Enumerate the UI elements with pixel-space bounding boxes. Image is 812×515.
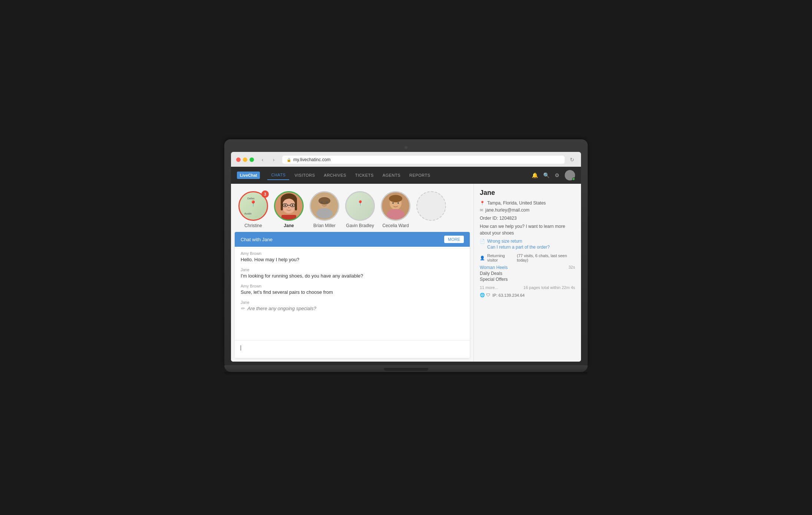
visitor-name-jane: Jane — [284, 223, 294, 228]
ring-brian — [310, 191, 339, 221]
laptop: ‹ › 🔒 my.livechatinc.com ↻ LiveChat C — [224, 139, 588, 376]
url-text: my.livechatinc.com — [293, 157, 330, 162]
location-row: 📍 Tampa, Florida, United States — [480, 200, 575, 206]
back-button[interactable]: ‹ — [258, 156, 267, 163]
page-item-2: Daily Deals — [480, 270, 575, 276]
visitor-item-christine[interactable]: Dallas 📍 Austin 3 Christine — [238, 191, 268, 228]
badge-christine: 3 — [261, 190, 269, 198]
message-text-2: I'm looking for running shoes, do you ha… — [241, 273, 464, 279]
close-button[interactable] — [236, 157, 241, 162]
chat-main: Dallas 📍 Austin 3 Christine — [231, 184, 473, 362]
nav-arrows: ‹ › — [258, 156, 278, 163]
visitor-avatar-ghost — [416, 191, 446, 221]
ring-cecelia — [381, 191, 410, 221]
message-text-4: ✏ Are there any ongoing specials? — [241, 306, 464, 311]
lock-icon: 🔒 — [287, 158, 291, 162]
camera — [405, 146, 407, 149]
page-name-1[interactable]: Woman Heels — [480, 265, 508, 270]
page-time-1: 32s — [568, 265, 575, 270]
user-avatar[interactable] — [565, 170, 575, 180]
ring-gavin — [345, 191, 375, 221]
ip-row: 🌐 🛡 IP: 63.139.234.64 — [480, 293, 575, 298]
ring-jane — [274, 191, 304, 221]
visitor-info-name: Jane — [480, 189, 575, 197]
location-text: Tampa, Florida, United States — [487, 200, 546, 206]
page-name-3: Special Offers — [480, 277, 508, 282]
page-list: Woman Heels 32s Daily Deals Special Offe… — [480, 265, 575, 282]
chat-input[interactable] — [235, 340, 470, 358]
notification-icon[interactable]: 🔔 — [532, 172, 538, 178]
laptop-base — [224, 365, 588, 372]
search-icon[interactable]: 🔍 — [543, 172, 549, 178]
link-row-1: 📄 Wrong size return Can I return a part … — [480, 239, 575, 250]
email-row: ✉ jane.hurley@mail.com — [480, 207, 575, 213]
link-1[interactable]: Wrong size return — [487, 239, 550, 244]
traffic-lights — [236, 157, 254, 162]
link-2[interactable]: Can I return a part of the order? — [487, 245, 550, 250]
order-id: Order ID: 1204823 — [480, 215, 575, 222]
nav-item-chats[interactable]: CHATS — [267, 170, 289, 180]
chat-header: Chat with Jane MORE — [235, 232, 470, 247]
chat-area: Dallas 📍 Austin 3 Christine — [231, 184, 581, 362]
message-group-4: Jane ✏ Are there any ongoing specials? — [241, 300, 464, 311]
returning-label: Returning visitor — [487, 253, 515, 262]
email-icon: ✉ — [480, 208, 483, 213]
visitor-avatar-wrap-brian — [310, 191, 339, 221]
laptop-lid: ‹ › 🔒 my.livechatinc.com ↻ LiveChat C — [224, 139, 588, 365]
more-button[interactable]: MORE — [444, 236, 464, 243]
chat-cursor — [241, 345, 241, 350]
total-pages: 16 pages total within 22m 4s — [524, 285, 575, 290]
nav-right: 🔔 🔍 ⚙ — [532, 170, 575, 180]
visitor-avatar-wrap-christine: Dallas 📍 Austin 3 — [238, 191, 268, 221]
message-text-3: Sure, let's find several pairs to choose… — [241, 289, 464, 295]
visitor-item-brian[interactable]: Brian Miller — [310, 191, 339, 228]
maximize-button[interactable] — [250, 157, 254, 162]
message-group-2: Jane I'm looking for running shoes, do y… — [241, 268, 464, 279]
visitor-name-ghost — [430, 223, 432, 228]
nav-item-reports[interactable]: REPORTS — [406, 171, 434, 180]
message-group-1: Amy Brown Hello. How may I help you? — [241, 251, 464, 262]
laptop-shadow — [224, 372, 588, 376]
visitor-item-ghost — [416, 191, 446, 228]
settings-icon[interactable]: ⚙ — [555, 172, 560, 178]
message-sender-4: Jane — [241, 300, 464, 305]
right-panel: Jane 📍 Tampa, Florida, United States ✉ j… — [473, 184, 581, 362]
laptop-notch — [384, 368, 428, 371]
page-name-2: Daily Deals — [480, 271, 502, 276]
visitor-name-brian: Brian Miller — [313, 223, 336, 228]
location-icon: 📍 — [480, 201, 485, 206]
forward-button[interactable]: › — [269, 156, 278, 163]
ip-text: IP: 63.139.234.64 — [492, 293, 525, 298]
minimize-button[interactable] — [243, 157, 247, 162]
nav-item-agents[interactable]: AGENTS — [379, 171, 404, 180]
reload-button[interactable]: ↻ — [568, 156, 576, 163]
message-sender-2: Jane — [241, 268, 464, 272]
chat-messages: Amy Brown Hello. How may I help you? Jan… — [235, 247, 470, 340]
app-nav: LiveChat CHATS VISITORS ARCHIVES TICKETS… — [231, 167, 581, 184]
nav-item-archives[interactable]: ARCHIVES — [320, 171, 350, 180]
browser-chrome: ‹ › 🔒 my.livechatinc.com ↻ — [231, 152, 581, 167]
visitor-name-cecelia: Cecelia Ward — [382, 223, 409, 228]
chat-panel: Chat with Jane MORE Amy Brown Hello. How… — [235, 232, 470, 358]
visitor-item-jane[interactable]: Jane — [274, 191, 304, 228]
doc-icon-1: 📄 — [480, 239, 485, 244]
visitor-avatar-wrap-jane — [274, 191, 304, 221]
message-text-4-content: Are there any ongoing specials? — [247, 306, 316, 311]
more-pages: 11 more... — [480, 285, 498, 290]
visitor-avatar-wrap-gavin: 📍 — [345, 191, 375, 221]
address-bar[interactable]: 🔒 my.livechatinc.com — [282, 156, 565, 164]
typing-icon: ✏ — [241, 306, 245, 311]
online-indicator — [572, 177, 575, 180]
app-container: LiveChat CHATS VISITORS ARCHIVES TICKETS… — [231, 167, 581, 362]
visitor-item-gavin[interactable]: 📍 Gavin Bradley — [345, 191, 375, 228]
nav-item-tickets[interactable]: TICKETS — [351, 171, 377, 180]
visits-info: (77 visits, 6 chats, last seen today) — [517, 253, 575, 262]
nav-item-visitors[interactable]: VISITORS — [291, 171, 318, 180]
person-icon: 👤 — [480, 256, 485, 260]
page-item-3: Special Offers — [480, 276, 575, 282]
nav-items: CHATS VISITORS ARCHIVES TICKETS AGENTS R… — [267, 170, 532, 180]
screen-bezel: ‹ › 🔒 my.livechatinc.com ↻ LiveChat C — [231, 152, 581, 362]
visitor-item-cecelia[interactable]: Cecelia Ward — [381, 191, 410, 228]
visitor-name-christine: Christine — [244, 223, 262, 228]
visitor-avatar-wrap-cecelia — [381, 191, 410, 221]
